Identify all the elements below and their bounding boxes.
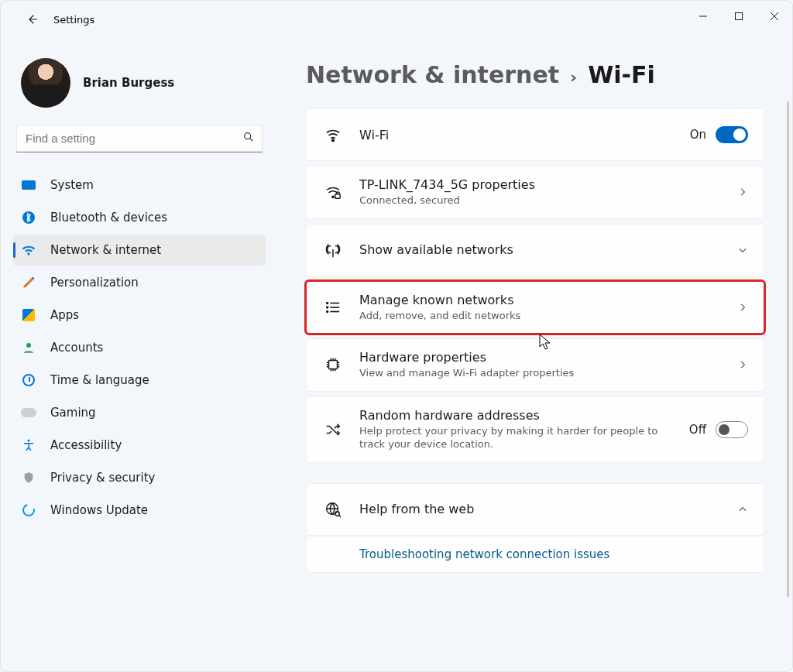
sidebar-item-label: Accessibility	[50, 438, 122, 452]
card-random-hw-addresses[interactable]: Random hardware addresses Help protect y…	[306, 396, 764, 463]
svg-point-15	[327, 307, 328, 308]
bluetooth-icon	[21, 210, 36, 225]
breadcrumb-parent[interactable]: Network & internet	[306, 61, 559, 88]
sidebar-item-privacy[interactable]: Privacy & security	[13, 462, 266, 493]
app-title: Settings	[53, 14, 94, 26]
search-icon	[242, 131, 255, 146]
titlebar: Settings	[1, 1, 792, 38]
wifi-icon	[322, 126, 344, 143]
card-subtitle: Help protect your privacy by making it h…	[359, 424, 685, 451]
profile-block[interactable]: Brian Burgess	[13, 46, 266, 125]
avatar	[21, 58, 70, 108]
search-input[interactable]	[24, 131, 242, 146]
page-title: Wi-Fi	[588, 61, 655, 88]
maximize-button[interactable]	[721, 1, 757, 32]
chip-icon	[322, 356, 344, 373]
sidebar: Brian Burgess System Bluetooth & devices	[1, 38, 278, 671]
breadcrumb: Network & internet › Wi-Fi	[306, 61, 764, 88]
main-content: Network & internet › Wi-Fi Wi-Fi On TP-L…	[278, 38, 792, 671]
nav-list: System Bluetooth & devices Network & int…	[13, 170, 266, 526]
svg-line-20	[339, 516, 341, 517]
card-manage-known-networks[interactable]: Manage known networks Add, remove, and e…	[306, 281, 764, 334]
svg-line-5	[250, 139, 252, 141]
random-hw-toggle[interactable]	[716, 421, 748, 438]
svg-point-8	[332, 139, 335, 142]
card-wifi-toggle[interactable]: Wi-Fi On	[306, 108, 764, 161]
scrollbar[interactable]	[787, 101, 789, 597]
shuffle-icon	[322, 421, 344, 438]
card-subtitle: Connected, secured	[359, 194, 685, 207]
sidebar-item-label: System	[50, 178, 94, 192]
svg-point-14	[327, 302, 328, 303]
sidebar-item-label: Windows Update	[50, 503, 148, 517]
paintbrush-icon	[21, 275, 36, 290]
close-button[interactable]	[757, 1, 792, 32]
clock-icon	[21, 372, 36, 388]
globe-search-icon	[322, 501, 344, 518]
sidebar-item-label: Accounts	[50, 341, 103, 355]
card-available-networks[interactable]: Show available networks	[306, 224, 764, 276]
sidebar-item-label: Privacy & security	[50, 471, 155, 485]
card-title: Wi-Fi	[359, 128, 690, 142]
sidebar-item-time[interactable]: Time & language	[13, 365, 266, 396]
card-title: Help from the web	[359, 502, 737, 516]
person-icon	[21, 340, 36, 355]
sidebar-item-label: Bluetooth & devices	[50, 211, 167, 225]
maximize-icon	[734, 12, 743, 21]
toggle-label: Off	[689, 423, 706, 437]
svg-point-4	[245, 132, 251, 139]
minimize-button[interactable]	[685, 1, 721, 32]
sidebar-item-label: Network & internet	[50, 243, 161, 257]
sidebar-item-label: Personalization	[50, 276, 139, 290]
sidebar-item-system[interactable]: System	[13, 170, 266, 201]
sidebar-item-apps[interactable]: Apps	[13, 300, 266, 331]
display-icon	[21, 177, 36, 193]
close-icon	[770, 12, 779, 21]
card-connection-properties[interactable]: TP-LINK_7434_5G properties Connected, se…	[306, 166, 764, 219]
chevron-right-icon	[737, 302, 748, 313]
card-subtitle: Add, remove, and edit networks	[359, 309, 685, 323]
chevron-right-icon: ›	[570, 67, 577, 87]
card-title: Manage known networks	[359, 293, 737, 307]
help-link-troubleshoot[interactable]: Troubleshooting network connection issue…	[306, 536, 764, 573]
window-controls	[685, 1, 792, 38]
profile-name: Brian Burgess	[83, 76, 174, 90]
antenna-icon	[322, 242, 344, 259]
svg-point-7	[28, 440, 30, 442]
svg-rect-17	[329, 361, 338, 369]
accessibility-icon	[21, 437, 36, 453]
svg-rect-10	[335, 194, 340, 199]
wifi-secured-icon	[322, 183, 344, 201]
shield-icon	[21, 470, 36, 485]
arrow-left-icon	[25, 12, 39, 26]
card-title: TP-LINK_7434_5G properties	[359, 177, 737, 192]
svg-point-9	[332, 197, 334, 198]
sidebar-item-bluetooth[interactable]: Bluetooth & devices	[13, 202, 266, 233]
card-title: Show available networks	[359, 242, 737, 257]
sidebar-item-label: Gaming	[50, 406, 96, 420]
wifi-toggle[interactable]	[716, 126, 748, 143]
card-help-from-web[interactable]: Help from the web	[306, 483, 764, 536]
minimize-icon	[699, 12, 708, 21]
card-title: Hardware properties	[359, 350, 737, 365]
card-hardware-properties[interactable]: Hardware properties View and manage Wi-F…	[306, 338, 764, 392]
toggle-label: On	[690, 128, 706, 142]
wifi-icon	[21, 242, 36, 258]
sidebar-item-accounts[interactable]: Accounts	[13, 332, 266, 363]
sidebar-item-accessibility[interactable]: Accessibility	[13, 430, 266, 461]
back-button[interactable]	[16, 4, 47, 35]
chevron-up-icon	[737, 504, 748, 515]
update-icon	[21, 502, 36, 518]
chevron-right-icon	[737, 359, 748, 370]
chevron-down-icon	[737, 245, 748, 255]
sidebar-item-gaming[interactable]: Gaming	[13, 397, 266, 428]
svg-rect-1	[736, 13, 743, 20]
sidebar-item-personalization[interactable]: Personalization	[13, 267, 266, 298]
apps-icon	[21, 307, 36, 323]
chevron-right-icon	[737, 187, 748, 197]
card-subtitle: View and manage Wi-Fi adapter properties	[359, 366, 685, 380]
sidebar-item-network[interactable]: Network & internet	[13, 235, 266, 266]
sidebar-item-update[interactable]: Windows Update	[13, 495, 266, 526]
search-box[interactable]	[16, 125, 263, 153]
gamepad-icon	[21, 405, 36, 420]
